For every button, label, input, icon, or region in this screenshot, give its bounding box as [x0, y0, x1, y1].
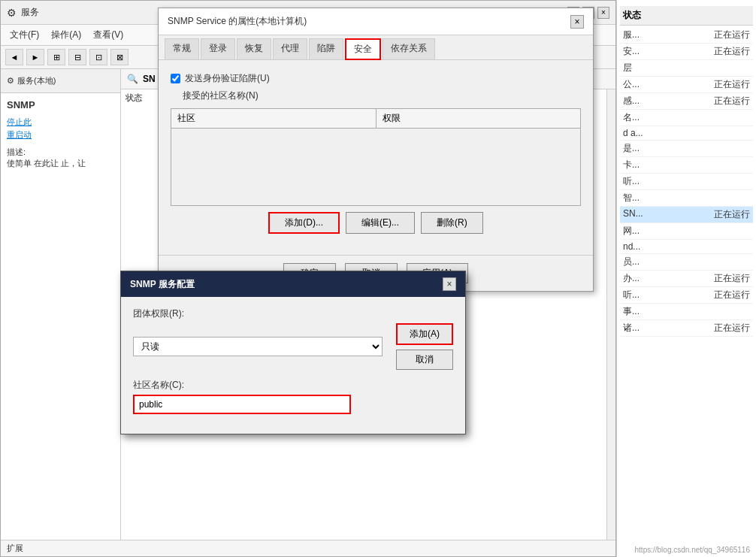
stop-service-link[interactable]: 停止此 — [7, 117, 114, 128]
tab-general[interactable]: 常规 — [165, 38, 199, 59]
service-row-18[interactable]: 诸... 正在运行 — [620, 320, 753, 337]
service-row-3[interactable]: 公... 正在运行 — [620, 77, 753, 93]
edit-community-button[interactable]: 编辑(E)... — [346, 212, 415, 234]
service-row-17[interactable]: 事... — [620, 304, 753, 320]
service-row-4[interactable]: 感... 正在运行 — [620, 93, 753, 110]
group-rights-select[interactable]: 只读 只写 读写 创建 无 — [133, 337, 383, 356]
service-row-13[interactable]: nd... — [620, 240, 753, 254]
config-title: SNMP 服务配置 — [130, 278, 195, 291]
toolbar-btn-6[interactable]: ⊠ — [110, 49, 129, 65]
service-status-4: 正在运行 — [714, 95, 750, 107]
menu-file[interactable]: 文件(F) — [4, 26, 45, 44]
service-row-5[interactable]: 名... — [620, 110, 753, 126]
tab-recovery[interactable]: 恢复 — [237, 38, 271, 59]
service-row-2[interactable]: 层 — [620, 60, 753, 77]
forward-button[interactable]: ► — [26, 49, 44, 65]
service-row-12[interactable]: 网... — [620, 223, 753, 240]
service-name-15: 办... — [623, 272, 640, 285]
service-row-15[interactable]: 办... 正在运行 — [620, 271, 753, 287]
trap-checkbox-label: 发送身份验证陷阱(U) — [185, 72, 270, 85]
community-name-field: 社区名称(C): — [133, 379, 453, 414]
service-name-10: 智... — [623, 192, 640, 204]
service-status-18: 正在运行 — [714, 322, 750, 335]
vertical-scrollbar[interactable] — [606, 89, 615, 540]
community-table-container: 社区 权限 — [171, 108, 581, 206]
service-status-0: 正在运行 — [714, 29, 750, 41]
toolbar-btn-3[interactable]: ⊞ — [47, 49, 65, 65]
watermark: https://blog.csdn.net/qq_34965116 — [635, 546, 750, 554]
service-name-3: 公... — [623, 78, 640, 91]
config-add-button[interactable]: 添加(A) — [396, 323, 453, 345]
service-name-17: 事... — [623, 305, 640, 318]
sidebar-gear-icon: ⚙ — [7, 76, 14, 86]
status-header: 状态 — [620, 6, 753, 26]
add-community-button[interactable]: 添加(D)... — [268, 212, 340, 234]
service-name-13: nd... — [623, 241, 640, 252]
service-row-16[interactable]: 听... 正在运行 — [620, 287, 753, 304]
tab-login[interactable]: 登录 — [201, 38, 235, 59]
tab-dependencies[interactable]: 依存关系 — [383, 38, 435, 59]
service-status-1: 正在运行 — [714, 45, 750, 58]
menu-action[interactable]: 操作(A) — [45, 26, 87, 44]
service-name-4: 感... — [623, 95, 640, 107]
service-row-1[interactable]: 安... 正在运行 — [620, 44, 753, 60]
config-close-button[interactable]: × — [443, 277, 456, 291]
sidebar-body: SNMP 停止此 重启动 描述: 使简单 在此让 止，让 — [1, 93, 120, 540]
service-row-11[interactable]: SN... 正在运行 — [620, 207, 753, 223]
service-name-14: 员... — [623, 256, 640, 268]
snmp-config-dialog: SNMP 服务配置 × 团体权限(R): 只读 只写 读写 创建 无 添加(A)… — [120, 271, 466, 434]
service-name-18: 诸... — [623, 322, 640, 335]
snmp-service-name: SNMP — [7, 99, 114, 110]
restart-service-link[interactable]: 重启动 — [7, 129, 114, 141]
service-row-9[interactable]: 听... — [620, 174, 753, 190]
statusbar-label: 扩展 — [7, 543, 23, 554]
group-rights-label: 团体权限(R): — [133, 307, 453, 320]
service-name-7: 是... — [623, 142, 640, 155]
services-statusbar: 扩展 — [1, 540, 615, 556]
search-icon: 🔍 — [127, 74, 138, 84]
service-row-10[interactable]: 智... — [620, 190, 753, 207]
community-col-header-0: 社区 — [171, 109, 376, 128]
checkbox-row: 发送身份验证陷阱(U) — [171, 72, 581, 85]
trap-checkbox[interactable] — [171, 74, 180, 83]
service-row-7[interactable]: 是... — [620, 141, 753, 157]
community-col-header-1: 权限 — [376, 109, 581, 128]
service-name-12: 网... — [623, 225, 640, 238]
tab-trap[interactable]: 陷阱 — [309, 38, 343, 59]
service-status-3: 正在运行 — [714, 78, 750, 91]
snmp-properties-dialog: SNMP Service 的属性(本地计算机) × 常规 登录 恢复 代理 陷阱… — [158, 8, 594, 292]
snmp-dialog-close-button[interactable]: × — [570, 15, 584, 29]
service-name-9: 听... — [623, 175, 640, 188]
service-row-14[interactable]: 员... — [620, 254, 753, 271]
config-select-row: 只读 只写 读写 创建 无 添加(A) 取消 — [133, 323, 453, 370]
service-name-2: 层 — [623, 62, 632, 74]
services-title-left: 服务 — [7, 6, 39, 19]
close-button[interactable]: × — [597, 7, 609, 19]
service-name-5: 名... — [623, 111, 640, 124]
config-cancel-button[interactable]: 取消 — [396, 350, 453, 370]
menu-view[interactable]: 查看(V) — [87, 26, 129, 44]
services-title-text: 服务 — [21, 6, 39, 19]
delete-community-button[interactable]: 删除(R) — [421, 212, 483, 234]
service-status-16: 正在运行 — [714, 289, 750, 301]
service-name-6: d a... — [623, 128, 643, 138]
tab-agent[interactable]: 代理 — [273, 38, 307, 59]
sidebar-title: 服务(本地) — [17, 75, 56, 86]
toolbar-btn-5[interactable]: ⊡ — [89, 49, 107, 65]
back-button[interactable]: ◄ — [5, 49, 23, 65]
section-legend: 接受的社区名称(N) — [177, 89, 265, 102]
community-name-label: 社区名称(C): — [133, 379, 453, 392]
services-sidebar: ⚙ 服务(本地) SNMP 停止此 重启动 描述: 使简单 在此让 止，让 — [1, 69, 121, 540]
toolbar-btn-4[interactable]: ⊟ — [68, 49, 86, 65]
service-status-15: 正在运行 — [714, 272, 750, 285]
snmp-label: SN — [143, 74, 156, 84]
service-row-0[interactable]: 服... 正在运行 — [620, 27, 753, 44]
service-row-6[interactable]: d a... — [620, 126, 753, 141]
service-row-8[interactable]: 卡... — [620, 157, 753, 174]
tab-security[interactable]: 安全 — [345, 38, 381, 60]
service-name-0: 服... — [623, 29, 640, 41]
gear-icon — [7, 7, 17, 19]
community-name-input[interactable] — [133, 395, 351, 414]
snmp-dialog-body: 发送身份验证陷阱(U) 接受的社区名称(N) 社区 权限 添加(D)... 编辑… — [159, 60, 593, 255]
right-panel-content: 状态 服... 正在运行 安... 正在运行 层 公... 正在运行 感... … — [617, 0, 756, 343]
